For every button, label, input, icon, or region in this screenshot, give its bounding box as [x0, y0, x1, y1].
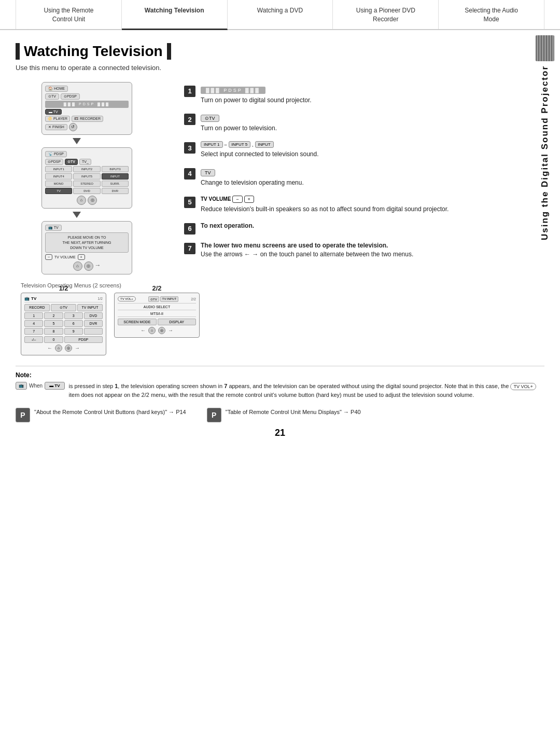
step-5-icons: TV VOLUME − +	[201, 196, 544, 203]
screen1-label: 1/2	[59, 284, 68, 292]
step-number-7: 7	[184, 243, 195, 254]
step-number-3: 3	[184, 142, 195, 154]
step-number-2: 2	[184, 114, 195, 125]
step-2-text: Turn on power to television.	[201, 124, 544, 133]
screen2-label: 2/2	[152, 284, 161, 292]
page-title: Watching Television	[16, 43, 171, 60]
ref-text-2: "Table of Remote Control Unit Menu Displ…	[226, 408, 361, 417]
nav-item-watching-tv[interactable]: Watching Television	[122, 0, 228, 30]
step-2-icon: ⊙TV	[201, 115, 219, 122]
step-2: 2 ⊙TV Turn on power to television.	[184, 113, 544, 134]
nav-label-watching-tv: Watching Television	[145, 7, 204, 14]
ref-text-1: "About the Remote Control Unit Buttons (…	[34, 408, 186, 417]
step-1-icon: ▓▓▓ PDSP ▓▓▓	[201, 87, 265, 94]
side-label-text: Using the Digital Sound Projector	[540, 65, 550, 240]
step-1-text: Turn on power to digital sound projector…	[201, 96, 544, 105]
step-4-text: Change to television operating menu.	[201, 178, 544, 187]
note-title: Note:	[16, 371, 544, 379]
nav-item-pioneer[interactable]: Using a Pioneer DVDRecorder	[333, 0, 439, 29]
steps-column: 1 ▓▓▓ PDSP ▓▓▓ Turn on power to digital …	[171, 43, 544, 355]
nav-label-remote: Using the RemoteControl Unit	[44, 7, 93, 23]
step-7: 7 The lower two menu screens are used to…	[184, 242, 544, 260]
tv-screens-row: 1/2 📺 TV 1/2 RECORD ⊙TV TV INPUT	[21, 293, 171, 355]
nav-label-pioneer: Using a Pioneer DVDRecorder	[356, 7, 415, 23]
step-4: 4 TV Change to television operating menu…	[184, 167, 544, 188]
step-6: 6 To next operation.	[184, 222, 544, 235]
tv-screen-2: 2/2 TV VOL+ ⊙TV TV INPUT 2/2 AUDIO SELEC…	[114, 293, 200, 355]
step-7-text: Use the arrows ← → on the touch panel to…	[201, 250, 544, 259]
ref-icon-2: P	[207, 408, 221, 422]
title-bar-right	[167, 43, 171, 60]
nav-item-remote[interactable]: Using the RemoteControl Unit	[16, 0, 122, 29]
step-6-text: To next operation.	[201, 222, 544, 229]
note-tv-icon: ▬ TV	[45, 382, 64, 390]
tv-screen-1: 1/2 📺 TV 1/2 RECORD ⊙TV TV INPUT	[21, 293, 106, 355]
step-number-6: 6	[184, 223, 195, 235]
tv-screens-label: Television Operating Menus (2 screens)	[21, 282, 171, 288]
remote-illustration-2: 📡 PDSP ⊙PDSP ⊙TV TV_ INPUT1 INPUT2 INPUT…	[26, 147, 171, 209]
nav-item-watching-dvd[interactable]: Watching a DVD	[228, 0, 333, 29]
note-text: is pressed in step 1, the television ope…	[69, 382, 544, 400]
references-row: P "About the Remote Control Unit Buttons…	[16, 408, 544, 422]
ref-icon-1: P	[16, 408, 30, 422]
title-bar-left	[16, 43, 20, 60]
step-3-icons: INPUT 1 – INPUT 5 , INPUT	[201, 141, 544, 148]
nav-label-audio: Selecting the AudioMode	[465, 7, 518, 23]
left-column: Watching Television Use this menu to ope…	[16, 43, 171, 355]
remote-illustration-1: 🏠HOME ⊙TV ⊙PDSP ▓▓▓ PDSP ▓▓▓ ▬ TV 📀 PLAY…	[26, 82, 171, 135]
side-label: Using the Digital Sound Projector	[530, 30, 560, 361]
step-3-text: Select input connected to television sou…	[201, 150, 544, 159]
note-section: Note: 📺 When ▬ TV is pressed in step 1, …	[16, 366, 544, 400]
step-number-1: 1	[184, 86, 195, 97]
side-label-dots	[536, 35, 554, 61]
page-subtitle: Use this menu to operate a connected tel…	[16, 64, 171, 72]
page-number: 21	[0, 428, 560, 438]
step-7-bold: The lower two menu screens are used to o…	[201, 242, 544, 249]
nav-bar: Using the RemoteControl Unit Watching Te…	[0, 0, 560, 30]
note-icon-small: 📺	[16, 382, 27, 390]
step-4-icon: TV	[201, 169, 215, 176]
step-1: 1 ▓▓▓ PDSP ▓▓▓ Turn on power to digital …	[184, 85, 544, 106]
ref-box-2: P "Table of Remote Control Unit Menu Dis…	[207, 408, 361, 422]
remote-illustration-3: 📺 TV PLEASE MOVE ON TO THE NEXT, AFTER T…	[26, 221, 171, 274]
step-3: 3 INPUT 1 – INPUT 5 , INPUT Select input…	[184, 141, 544, 160]
step-number-5: 5	[184, 197, 195, 208]
step-number-4: 4	[184, 168, 195, 180]
nav-item-audio[interactable]: Selecting the AudioMode	[439, 0, 544, 29]
step-5-text: Reduce television's built-in speakers so…	[201, 205, 544, 214]
title-text: Watching Television	[24, 43, 163, 60]
step-5: 5 TV VOLUME − + Reduce television's buil…	[184, 196, 544, 215]
nav-label-watching-dvd: Watching a DVD	[257, 7, 303, 14]
ref-box-1: P "About the Remote Control Unit Buttons…	[16, 408, 186, 422]
